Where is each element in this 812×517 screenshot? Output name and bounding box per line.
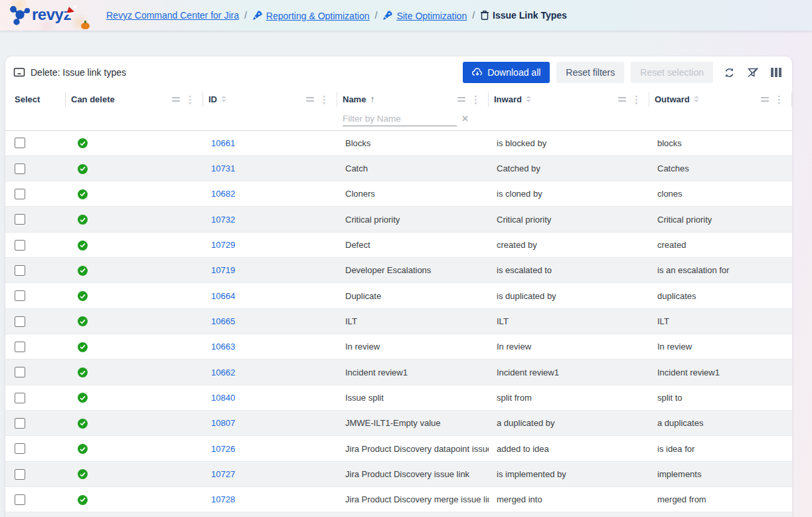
column-menu-icon[interactable]: ⋮ <box>319 94 329 104</box>
issue-link-type-id-link[interactable]: 10726 <box>211 444 235 454</box>
can-delete-check-icon <box>78 164 88 174</box>
issue-link-type-id-link[interactable]: 10664 <box>211 291 235 301</box>
inward-cell: ILT <box>489 308 649 334</box>
issue-link-type-id-link[interactable]: 10807 <box>211 418 235 428</box>
row-checkbox[interactable] <box>15 418 25 429</box>
filter-icon[interactable] <box>306 97 314 102</box>
inward-cell: added to idea <box>489 436 649 461</box>
row-checkbox[interactable] <box>15 240 25 251</box>
inward-cell: merged into <box>489 487 649 512</box>
reset-filters-button[interactable]: Reset filters <box>556 62 624 83</box>
columns-icon[interactable] <box>770 66 783 78</box>
breadcrumb-home-link[interactable]: Revyz Command Center for Jira <box>106 10 239 21</box>
row-checkbox[interactable] <box>15 163 25 174</box>
column-label: Can delete <box>71 94 115 104</box>
select-cell <box>5 130 66 155</box>
table-row: 10662Incident review1Incident review1Inc… <box>5 360 792 385</box>
select-cell <box>5 436 66 461</box>
outward-cell: clones <box>649 181 792 207</box>
filter-icon[interactable] <box>618 97 626 102</box>
issue-link-type-id-link[interactable]: 10732 <box>211 215 235 225</box>
row-checkbox[interactable] <box>15 469 25 480</box>
row-checkbox[interactable] <box>15 316 25 327</box>
screen-minus-icon <box>13 67 25 78</box>
outward-cell: Critical priority <box>649 207 792 232</box>
select-cell <box>5 461 66 486</box>
sort-icon[interactable] <box>694 96 699 102</box>
filter-icon[interactable] <box>457 97 465 102</box>
select-cell <box>5 207 66 232</box>
issue-link-type-id-link[interactable]: 10731 <box>211 163 235 173</box>
filter-off-icon[interactable] <box>746 66 760 79</box>
column-menu-icon[interactable]: ⋮ <box>774 94 784 104</box>
outward-cell: a duplicates <box>649 411 792 436</box>
column-menu-icon[interactable]: ⋮ <box>631 94 641 104</box>
row-checkbox[interactable] <box>15 393 25 403</box>
name-cell: Defect <box>337 232 489 257</box>
issue-link-type-id-link[interactable]: 10728 <box>211 494 235 504</box>
id-cell: 10732 <box>203 207 337 232</box>
issue-link-type-id-link[interactable]: 10840 <box>211 393 235 403</box>
name-filter-cell: ✕ <box>337 110 489 130</box>
select-cell <box>5 308 66 334</box>
column-header-select: Select <box>5 88 66 110</box>
app-header: revyz Revyz Command Center for Jira / Re… <box>0 0 812 31</box>
sort-icon[interactable] <box>526 96 531 102</box>
row-checkbox[interactable] <box>15 342 25 352</box>
row-checkbox[interactable] <box>15 494 25 505</box>
column-header-name[interactable]: Name ↑ ⋮ <box>337 88 489 110</box>
inward-cell: is blocked by <box>489 130 649 155</box>
issue-link-type-id-link[interactable]: 10727 <box>211 469 235 479</box>
download-all-button[interactable]: Download all <box>463 62 550 83</box>
row-checkbox[interactable] <box>15 138 25 148</box>
sort-icon[interactable] <box>221 96 226 102</box>
can-delete-cell <box>66 207 203 232</box>
breadcrumb-label: Site Optimization <box>396 11 467 21</box>
breadcrumb-site-optimization-link[interactable]: Site Optimization <box>382 10 467 21</box>
row-checkbox[interactable] <box>15 189 25 199</box>
row-checkbox[interactable] <box>15 443 25 454</box>
column-label: ID <box>208 94 217 104</box>
sort-ascending-icon[interactable]: ↑ <box>370 94 374 104</box>
pumpkin-decoration <box>81 23 90 29</box>
outward-cell: is an escalation for <box>649 258 792 283</box>
can-delete-check-icon <box>78 138 88 148</box>
row-checkbox[interactable] <box>15 265 25 276</box>
content-card: Delete: Issue link types Download all Re… <box>5 56 792 517</box>
row-checkbox[interactable] <box>15 214 25 225</box>
id-cell: 10663 <box>203 334 337 360</box>
issue-link-type-id-link[interactable]: 10661 <box>211 138 235 148</box>
id-cell: 10728 <box>203 487 337 512</box>
row-checkbox[interactable] <box>15 290 25 301</box>
reset-selection-button[interactable]: Reset selection <box>631 62 713 83</box>
inward-cell: Incident review1 <box>489 360 649 385</box>
can-delete-check-icon <box>78 241 88 251</box>
column-header-inward[interactable]: Inward ⋮ <box>489 88 649 110</box>
issue-link-type-id-link[interactable]: 10729 <box>211 240 235 250</box>
issue-link-type-id-link[interactable]: 10665 <box>211 316 235 326</box>
clear-filter-icon[interactable]: ✕ <box>460 114 470 124</box>
column-menu-icon[interactable]: ⋮ <box>185 94 195 104</box>
breadcrumb-reporting-link[interactable]: Reporting & Optimization <box>252 10 370 21</box>
column-header-outward[interactable]: Outward ⋮ <box>649 88 792 110</box>
download-all-label: Download all <box>487 67 540 78</box>
refresh-icon[interactable] <box>722 66 736 80</box>
breadcrumb-label: Reporting & Optimization <box>266 11 370 21</box>
issue-link-type-id-link[interactable]: 10682 <box>211 189 235 199</box>
inward-cell: split from <box>489 385 649 410</box>
name-filter-input[interactable] <box>343 114 460 124</box>
filter-icon[interactable] <box>172 97 180 102</box>
issue-link-type-id-link[interactable]: 10662 <box>211 367 235 377</box>
table-body: 10661Blocksis blocked byblocks10731Catch… <box>5 130 792 517</box>
can-delete-cell <box>66 487 203 512</box>
issue-link-type-id-link[interactable]: 10719 <box>211 265 235 275</box>
column-header-id[interactable]: ID ⋮ <box>203 88 337 110</box>
can-delete-cell <box>66 411 203 436</box>
id-cell: 10726 <box>203 436 337 461</box>
column-menu-icon[interactable]: ⋮ <box>471 94 481 104</box>
row-checkbox[interactable] <box>15 367 25 377</box>
table-row: 10727Jira Product Discovery issue linkis… <box>5 461 792 486</box>
issue-link-type-id-link[interactable]: 10663 <box>211 342 235 352</box>
filter-icon[interactable] <box>761 97 769 102</box>
inward-cell: Catched by <box>489 155 649 181</box>
